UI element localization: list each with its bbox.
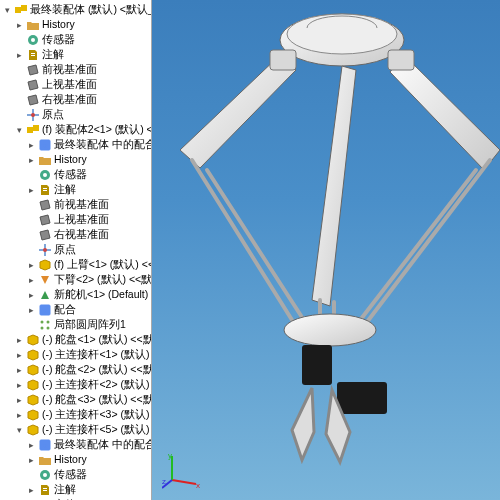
tree-item-label: (-) 主连接杆<5> (默认) <<默认>_显 — [42, 422, 151, 437]
plane-icon — [26, 93, 40, 107]
tree-item[interactable]: ▾(-) 主连接杆<5> (默认) <<默认>_显 — [0, 422, 151, 437]
svg-point-16 — [41, 326, 44, 329]
expand-icon[interactable]: ▸ — [26, 484, 37, 495]
tree-item[interactable]: ▸下臂<2> (默认) <<默认 — [0, 272, 151, 287]
no-expand — [14, 34, 25, 45]
tree-item-label: (-) 主连接杆<1> (默认) <<默认>_显 — [42, 347, 151, 362]
tree-item[interactable]: ▸History — [0, 17, 151, 32]
expand-icon[interactable]: ▸ — [14, 394, 25, 405]
svg-point-15 — [47, 320, 50, 323]
tree-item[interactable]: 右视基准面 — [0, 227, 151, 242]
tree-item[interactable]: ▸(-) 主连接杆<2> (默认) <<默认>_显 — [0, 377, 151, 392]
tree-item[interactable]: ▸(-) 主连接杆<1> (默认) <<默认>_显 — [0, 347, 151, 362]
tree-item[interactable]: 传感器 — [0, 467, 151, 482]
tree-item[interactable]: ▸History — [0, 452, 151, 467]
expand-icon[interactable]: ▸ — [14, 409, 25, 420]
arrow-up-icon — [38, 288, 52, 302]
expand-icon[interactable]: ▸ — [26, 304, 37, 315]
feature-tree-panel[interactable]: ▾最终装配体 (默认) <默认_显示状态-1>▸History传感器▸注解前视基… — [0, 0, 152, 500]
expand-icon[interactable]: ▸ — [26, 454, 37, 465]
tree-item[interactable]: ▸History — [0, 152, 151, 167]
tree-item-label: 下臂<2> (默认) <<默认 — [54, 272, 151, 287]
svg-line-27 — [192, 160, 292, 320]
sensor-icon — [26, 33, 40, 47]
tree-item[interactable]: ▾(f) 装配体2<1> (默认) <默认_显示 — [0, 122, 151, 137]
svg-text:⌀: ⌀ — [42, 141, 47, 150]
tree-item[interactable]: 前视基准面 — [0, 62, 151, 77]
tree-item-label: History — [54, 452, 87, 467]
axis-y-label: y — [168, 451, 172, 460]
expand-icon[interactable]: ▸ — [26, 259, 37, 270]
part-icon — [26, 378, 40, 392]
tree-item[interactable]: 右视基准面 — [0, 92, 151, 107]
tree-item[interactable]: 上视基准面 — [0, 77, 151, 92]
tree-item[interactable]: 原点 — [0, 242, 151, 257]
tree-item[interactable]: ▸⌀最终装配体 中的配合 — [0, 437, 151, 452]
collapse-icon[interactable]: ▾ — [14, 124, 25, 135]
tree-item-label: 局部圆周阵列1 — [54, 317, 126, 332]
axis-x-label: x — [196, 481, 200, 490]
tree-item[interactable]: ▸⌀配合 — [0, 302, 151, 317]
expand-icon[interactable]: ▸ — [26, 274, 37, 285]
tree-item-label: (f) 装配体2<1> (默认) <默认_显示 — [42, 122, 151, 137]
expand-icon[interactable]: ▸ — [14, 379, 25, 390]
tree-item-label: (-) 主连接杆<3> (默认) <<默认>_显 — [42, 407, 151, 422]
tree-item[interactable]: ▾最终装配体 (默认) <默认_显示状态-1> — [0, 2, 151, 17]
note-icon — [26, 48, 40, 62]
tree-item[interactable]: ▸注解 — [0, 182, 151, 197]
expand-icon[interactable]: ▸ — [14, 19, 25, 30]
expand-icon[interactable]: ▸ — [14, 49, 25, 60]
expand-icon[interactable]: ▸ — [26, 439, 37, 450]
tree-item-label: 传感器 — [54, 467, 87, 482]
tree-item[interactable]: ▸(-) 舵盘<3> (默认) <<默认>_显 — [0, 392, 151, 407]
expand-icon[interactable]: ▸ — [26, 184, 37, 195]
tree-item[interactable]: ▸(-) 舵盘<1> (默认) <<默认>_显 — [0, 332, 151, 347]
no-expand — [26, 319, 37, 330]
tree-item[interactable]: ▸新舵机<1> (Default) <Defa — [0, 287, 151, 302]
mate-icon: ⌀ — [38, 303, 52, 317]
3d-viewport[interactable]: x y z — [152, 0, 500, 500]
tree-item-label: 传感器 — [42, 32, 75, 47]
tree-item[interactable]: ▸⌀最终装配体 中的配合 — [0, 137, 151, 152]
tree-item[interactable]: ▸(-) 主连接杆<3> (默认) <<默认>_显 — [0, 407, 151, 422]
tree-item[interactable]: ▸注解 — [0, 47, 151, 62]
tree-item-label: 最终装配体 (默认) <默认_显示状态-1> — [30, 2, 151, 17]
expand-icon[interactable]: ▸ — [14, 364, 25, 375]
no-expand — [26, 214, 37, 225]
part-icon — [26, 363, 40, 377]
view-triad[interactable]: x y z — [162, 450, 202, 490]
tree-item-label: 最终装配体 中的配合 — [54, 437, 151, 452]
tree-item-label: 新舵机<1> (Default) <Defa — [54, 287, 151, 302]
sensor-icon — [38, 168, 52, 182]
tree-item-label: History — [42, 17, 75, 32]
tree-item[interactable]: 传感器 — [0, 32, 151, 47]
tree-item-label: 注解 — [54, 482, 76, 497]
collapse-icon[interactable]: ▾ — [14, 424, 25, 435]
tree-item[interactable]: ▸(-) 舵盘<2> (默认) <<默认>_显 — [0, 362, 151, 377]
tree-item-label: 上视基准面 — [54, 212, 109, 227]
tree-item[interactable]: 上视基准面 — [0, 212, 151, 227]
svg-point-3 — [31, 38, 35, 42]
expand-icon[interactable]: ▸ — [14, 334, 25, 345]
svg-line-28 — [207, 170, 307, 325]
tree-item-label: 前视基准面 — [42, 62, 97, 77]
expand-icon[interactable]: ▸ — [26, 139, 37, 150]
tree-item[interactable]: 传感器 — [0, 167, 151, 182]
tree-item[interactable]: ▸(f) 上臂<1> (默认) <<默认> — [0, 257, 151, 272]
tree-item[interactable]: 前视基准面 — [0, 197, 151, 212]
tree-item-label: 前视基准面 — [54, 197, 109, 212]
plane-icon — [26, 63, 40, 77]
tree-item[interactable]: 原点 — [0, 107, 151, 122]
feature-tree: ▾最终装配体 (默认) <默认_显示状态-1>▸History传感器▸注解前视基… — [0, 0, 151, 500]
svg-rect-26 — [388, 50, 414, 70]
origin-icon — [38, 243, 52, 257]
expand-icon[interactable]: ▸ — [26, 289, 37, 300]
tree-item-label: 传感器 — [54, 167, 87, 182]
plane-icon — [38, 228, 52, 242]
expand-icon[interactable]: ▸ — [26, 154, 37, 165]
collapse-icon[interactable]: ▾ — [2, 4, 13, 15]
part-icon — [26, 393, 40, 407]
tree-item[interactable]: ▸注解 — [0, 482, 151, 497]
tree-item[interactable]: 局部圆周阵列1 — [0, 317, 151, 332]
expand-icon[interactable]: ▸ — [14, 349, 25, 360]
